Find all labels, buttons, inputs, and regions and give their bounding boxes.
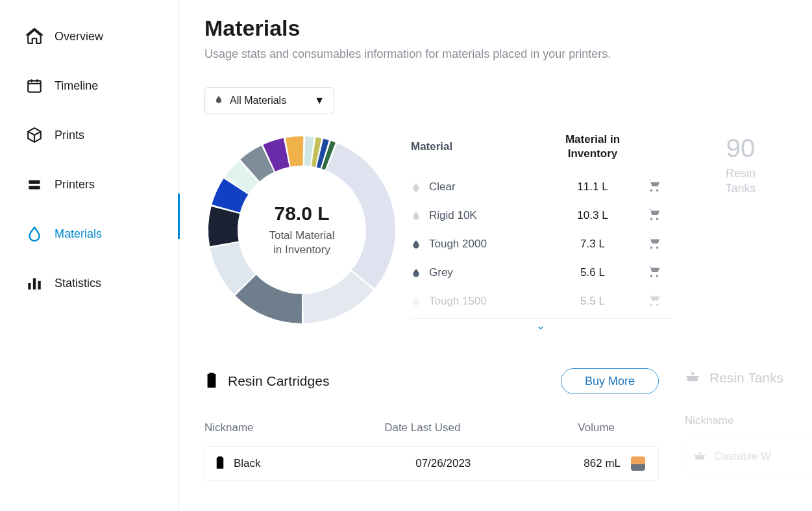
printer-icon: [26, 176, 43, 193]
caret-down-icon: ▼: [314, 95, 325, 106]
col-header-inventory: Material in Inventory: [547, 132, 638, 161]
tank-icon: [693, 449, 706, 465]
material-inventory-table: Material Material in Inventory Clear11.1…: [411, 132, 671, 334]
material-amount: 5.6 L: [547, 266, 638, 279]
svg-rect-0: [28, 81, 41, 92]
drop-icon: [214, 93, 223, 108]
material-row[interactable]: Rigid 10K10.3 L: [411, 201, 671, 230]
material-name: Tough 2000: [429, 238, 487, 251]
cartridge-icon: [204, 371, 219, 392]
drop-icon: [411, 295, 424, 308]
tank-icon: [685, 368, 700, 387]
shop-cart-button[interactable]: [638, 293, 671, 310]
col-header-volume: Volume: [487, 421, 659, 434]
sidebar-item-label: Materials: [55, 227, 102, 241]
sidebar-item-label: Timeline: [55, 79, 98, 93]
resin-tanks-panel: Resin Tanks Nickname Castable W: [685, 368, 812, 474]
sidebar-item-statistics[interactable]: Statistics: [0, 258, 178, 308]
resin-tanks-label-2: Tanks: [725, 182, 756, 195]
page-subtitle: Usage stats and consumables information …: [204, 47, 812, 61]
sidebar-item-timeline[interactable]: Timeline: [0, 61, 178, 110]
svg-rect-1: [29, 181, 40, 184]
material-amount: 7.3 L: [547, 238, 638, 251]
volume-level-icon: [631, 456, 645, 471]
tanks-section-title: Resin Tanks: [709, 370, 783, 386]
shop-cart-button[interactable]: [638, 179, 671, 196]
tank-nickname: Castable W: [714, 450, 771, 463]
sidebar-item-printers[interactable]: Printers: [0, 160, 178, 209]
cube-icon: [26, 127, 43, 143]
sidebar-item-overview[interactable]: Overview: [0, 12, 178, 61]
col-header-nickname-tanks: Nickname: [685, 396, 812, 439]
donut-slice[interactable]: [303, 271, 373, 323]
drop-icon: [411, 209, 424, 222]
material-amount: 5.5 L: [547, 295, 638, 308]
material-name: Rigid 10K: [429, 209, 477, 222]
filter-selected-label: All Materials: [230, 95, 286, 106]
page-title: Materials: [204, 16, 812, 41]
col-header-nickname: Nickname: [204, 421, 358, 434]
material-row[interactable]: Tough 15005.5 L: [411, 287, 671, 316]
material-filter-select[interactable]: All Materials ▼: [204, 87, 334, 114]
shop-cart-button[interactable]: [638, 264, 671, 282]
drop-icon: [411, 181, 424, 193]
resin-tanks-count: 90: [689, 135, 793, 161]
shop-cart-button[interactable]: [638, 236, 671, 253]
total-inventory-label-2: in Inventory: [273, 243, 330, 256]
total-inventory-value: 78.0 L: [269, 203, 334, 225]
sidebar-item-label: Overview: [55, 30, 103, 44]
main-content: Materials Usage stats and consumables in…: [178, 0, 812, 511]
cartridge-section-title: Resin Cartridges: [228, 373, 329, 389]
buy-more-button[interactable]: Buy More: [561, 368, 659, 394]
sidebar-item-prints[interactable]: Prints: [0, 110, 178, 160]
shop-cart-button[interactable]: [638, 207, 671, 225]
material-row[interactable]: Clear11.1 L: [411, 173, 671, 201]
drop-icon: [411, 266, 424, 279]
col-header-date: Date Last Used: [358, 421, 487, 434]
home-icon: [26, 28, 43, 45]
drop-icon: [26, 225, 43, 242]
sidebar-item-label: Statistics: [55, 277, 101, 290]
expand-table-button[interactable]: [411, 318, 671, 334]
svg-rect-3: [28, 283, 31, 290]
cartridge-row[interactable]: Black 07/26/2023 862 mL: [204, 446, 659, 481]
material-amount: 10.3 L: [547, 209, 638, 222]
sidebar-item-label: Printers: [55, 178, 95, 192]
sidebar-item-label: Prints: [55, 129, 84, 142]
tank-row[interactable]: Castable W: [685, 439, 812, 474]
sidebar-item-materials[interactable]: Materials: [0, 209, 178, 258]
material-name: Tough 1500: [429, 295, 487, 308]
svg-rect-4: [33, 278, 36, 289]
cartridge-nickname: Black: [234, 457, 261, 470]
sidebar: Overview Timeline Prints Printers Materi…: [0, 0, 178, 511]
drop-icon: [411, 238, 424, 251]
material-row[interactable]: Grey5.6 L: [411, 258, 671, 287]
bar-chart-icon: [26, 275, 43, 292]
donut-slice[interactable]: [208, 206, 240, 246]
col-header-material: Material: [411, 132, 547, 161]
cartridge-date: 07/26/2023: [376, 457, 511, 470]
material-row[interactable]: Tough 20007.3 L: [411, 230, 671, 258]
material-name: Grey: [429, 266, 453, 279]
material-amount: 11.1 L: [547, 181, 638, 193]
material-name: Clear: [429, 181, 456, 193]
inventory-donut-chart: 78.0 L Total Material in Inventory: [204, 132, 399, 327]
total-inventory-label-1: Total Material: [269, 229, 334, 242]
cartridge-icon: [214, 455, 226, 473]
donut-slice[interactable]: [326, 143, 395, 288]
resin-tanks-count-card[interactable]: 90 Resin Tanks: [689, 132, 793, 197]
calendar-icon: [26, 77, 43, 94]
svg-rect-2: [29, 186, 40, 189]
svg-rect-5: [38, 281, 40, 290]
resin-cartridges-panel: Resin Cartridges Buy More Nickname Date …: [204, 368, 659, 481]
resin-tanks-label-1: Resin: [726, 167, 756, 180]
cartridge-volume: 862 mL: [584, 457, 621, 470]
